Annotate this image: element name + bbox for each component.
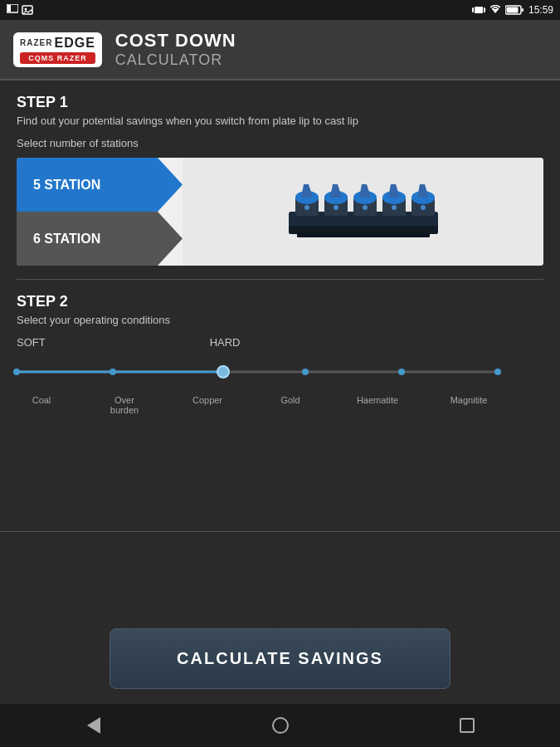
wifi-icon [490, 5, 500, 15]
svg-rect-5 [472, 7, 474, 12]
battery-icon [505, 5, 523, 15]
step1-description: Find out your potential savings when you… [17, 115, 543, 127]
svg-point-27 [304, 205, 309, 210]
slider-dot-coal [13, 369, 20, 375]
svg-rect-33 [297, 232, 430, 237]
status-bar-left [7, 4, 33, 16]
calculate-section: CALCULATE SAVINGS [0, 620, 560, 697]
tick-magnitite: Magnitite [440, 392, 498, 415]
header-title: COST DOWN CALCULATOR [115, 30, 236, 69]
station-6-button[interactable]: 6 STATION [17, 212, 183, 266]
header-title-line2: CALCULATOR [115, 51, 236, 69]
recents-nav-button[interactable] [455, 714, 479, 737]
section-divider [17, 279, 543, 280]
svg-marker-25 [388, 184, 400, 198]
tick-gold: Gold [265, 392, 315, 415]
tick-gold-label: Gold [280, 395, 299, 405]
step2-description: Select your operating conditions [17, 314, 543, 326]
tick-overburden-label: Overburden [110, 395, 139, 415]
tick-magnitite-label: Magnitite [450, 395, 488, 405]
step1-sublabel: Select number of stations [17, 137, 543, 149]
vibrate-icon [472, 5, 485, 15]
app-header: RAZER EDGE CQMS RAZER COST DOWN CALCULAT… [0, 20, 560, 80]
notification-icon [7, 4, 18, 16]
condition-slider[interactable] [17, 355, 498, 388]
hard-label: HARD [210, 336, 241, 349]
tick-coal: Coal [17, 392, 66, 415]
svg-point-30 [392, 205, 397, 210]
slider-range-labels: SOFT HARD [17, 336, 498, 349]
logo-badge: RAZER EDGE CQMS RAZER [13, 32, 102, 67]
header-title-line1: COST DOWN [115, 30, 236, 51]
slider-dot-haematite [398, 369, 405, 375]
svg-rect-9 [506, 7, 518, 13]
back-nav-button[interactable] [82, 714, 105, 737]
svg-rect-4 [475, 7, 483, 13]
calculate-savings-button[interactable]: CALCULATE SAVINGS [110, 628, 450, 689]
tick-haematite: Haematite [348, 392, 407, 415]
tick-overburden: Overburden [100, 392, 149, 415]
slider-track-fill [17, 371, 223, 374]
svg-point-29 [363, 205, 368, 210]
svg-marker-7 [492, 9, 499, 13]
svg-marker-24 [359, 184, 371, 198]
slider-tick-labels: Coal Overburden Copper Gold Haematite Ma… [17, 392, 498, 415]
station-image [183, 158, 543, 266]
station-5-button[interactable]: 5 STATION [17, 158, 183, 212]
time-display: 15:59 [528, 4, 553, 16]
svg-rect-1 [7, 5, 11, 12]
logo-razer-text: RAZER [20, 38, 52, 47]
svg-rect-10 [522, 8, 523, 12]
svg-point-28 [334, 205, 338, 210]
tick-copper-label: Copper [192, 395, 222, 405]
logo-razer-edge: RAZER EDGE [20, 36, 95, 51]
tick-copper: Copper [183, 392, 232, 415]
excavator-lip-image [272, 166, 455, 257]
step1-section: STEP 1 Find out your potential savings w… [17, 94, 543, 266]
tick-haematite-label: Haematite [357, 395, 398, 405]
logo-cqms: CQMS RAZER [20, 52, 95, 64]
step2-section: STEP 2 Select your operating conditions … [17, 293, 543, 422]
logo-container: RAZER EDGE CQMS RAZER [13, 32, 102, 67]
soft-label: SOFT [17, 336, 46, 349]
tick-coal-label: Coal [32, 395, 51, 405]
bottom-divider [0, 531, 560, 532]
logo-edge-text: EDGE [54, 36, 95, 51]
station-5-label: 5 STATION [33, 178, 100, 193]
main-content: STEP 1 Find out your potential savings w… [0, 81, 560, 435]
station-buttons: 5 STATION 6 STATION [17, 158, 183, 266]
slider-dot-gold [302, 369, 309, 375]
status-bar: 15:59 [0, 0, 560, 20]
svg-point-31 [421, 205, 426, 210]
status-bar-right: 15:59 [472, 4, 553, 16]
svg-marker-22 [301, 184, 313, 198]
home-nav-button[interactable] [269, 714, 292, 737]
home-icon [272, 717, 289, 734]
slider-dot-overburden [110, 369, 116, 375]
slider-thumb[interactable] [217, 365, 230, 378]
station-6-label: 6 STATION [33, 232, 100, 247]
slider-dot-magnitite [494, 369, 501, 375]
back-icon [87, 717, 100, 734]
svg-marker-26 [417, 184, 429, 198]
bottom-nav [0, 704, 560, 747]
recents-icon [460, 718, 475, 733]
svg-point-3 [25, 8, 27, 11]
slider-track [17, 371, 498, 374]
station-selector: 5 STATION 6 STATION [17, 158, 543, 266]
svg-marker-23 [330, 184, 342, 198]
step2-label: STEP 2 [17, 293, 543, 310]
step1-label: STEP 1 [17, 94, 543, 111]
image-icon [22, 4, 33, 16]
svg-rect-6 [484, 7, 485, 12]
